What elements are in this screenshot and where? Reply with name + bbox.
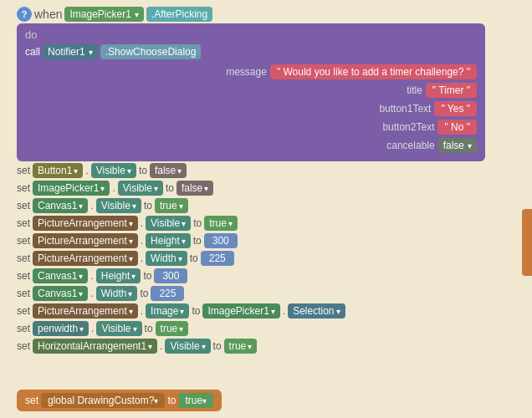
bool-value-pill[interactable]: true▾ [155, 198, 188, 213]
cancelable-value[interactable]: false ▾ [438, 138, 477, 153]
message-label: message [192, 66, 267, 78]
dropdown-arrow-notifier: ▾ [89, 48, 93, 57]
message-value[interactable]: " Would you like to add a timer challeng… [270, 64, 477, 79]
set-row: setButton1▾.Visible▾tofalse▾ [17, 163, 345, 178]
property-pill[interactable]: Height▾ [96, 268, 141, 283]
property-pill[interactable]: Width▾ [96, 286, 138, 301]
set-row: setPictureArrangement▾.Image▾toImagePick… [17, 303, 345, 319]
component-pill[interactable]: penwidth▾ [33, 321, 89, 336]
property-pill[interactable]: Visible▾ [165, 339, 210, 354]
set-row: setCanvas1▾.Width▾to225 [17, 286, 345, 301]
button1text-label: button1Text [356, 103, 431, 115]
cancelable-label: cancelable [360, 140, 435, 151]
help-icon[interactable]: ? [17, 7, 32, 22]
message-row: message " Would you like to add a timer … [25, 64, 477, 79]
property-pill[interactable]: Image▾ [146, 303, 189, 319]
to-keyword: to [143, 270, 151, 282]
property-pill[interactable]: Visible▾ [96, 198, 141, 213]
set-keyword: set [17, 182, 30, 194]
form-rows: message " Would you like to add a timer … [25, 64, 477, 153]
set-keyword: set [17, 217, 30, 229]
do-label: do [25, 28, 477, 41]
component-pill[interactable]: Canvas1▾ [33, 286, 88, 301]
true-value-pill[interactable]: true▾ [178, 393, 213, 408]
title-label: title [347, 84, 422, 96]
set-keyword: set [17, 270, 30, 282]
set-row: setHorizontalArrangement1▾.Visible▾totru… [17, 339, 345, 354]
to-keyword: to [140, 288, 148, 299]
button2text-label: button2Text [359, 121, 434, 133]
property-pill[interactable]: Visible▾ [91, 163, 136, 178]
set-keyword: set [17, 288, 30, 299]
title-row: title " Timer " [25, 83, 477, 98]
button1text-value[interactable]: " Yes " [434, 101, 477, 116]
button2text-value[interactable]: " No " [437, 120, 477, 135]
to-keyword: to [190, 252, 198, 264]
after-picking-pill[interactable]: .AfterPicking [146, 7, 212, 22]
dropdown-arrow-imagepicker: ▾ [135, 10, 139, 19]
bool-value-pill[interactable]: true▾ [224, 339, 258, 354]
button2text-row: button2Text " No " [25, 120, 477, 135]
to-keyword: to [166, 182, 174, 194]
to-keyword: to [144, 200, 152, 212]
component-pill[interactable]: Canvas1▾ [33, 268, 88, 283]
to-keyword: to [193, 235, 202, 247]
numeric-value[interactable]: 300 [204, 233, 238, 248]
comp-value-pill[interactable]: ImagePicker1▾ [202, 303, 279, 319]
method-pill[interactable]: .ShowChooseDialog [100, 44, 202, 59]
property-pill[interactable]: Visible▾ [96, 321, 141, 336]
property-pill[interactable]: Visible▾ [118, 181, 163, 196]
set-keyword: set [17, 235, 30, 247]
component-pill[interactable]: PictureArrangement▾ [33, 251, 138, 266]
global-drawing-pill[interactable]: global DrawingCustom?▾ [41, 393, 165, 408]
component-pill[interactable]: Button1▾ [33, 163, 83, 178]
notifier-pill[interactable]: Notifier1 ▾ [43, 44, 98, 59]
set-row: setPictureArrangement▾.Height▾to300 [17, 233, 345, 248]
set-blocks-container: setButton1▾.Visible▾tofalse▾setImagePick… [17, 163, 345, 354]
to-keyword: to [145, 323, 153, 334]
bool-value-pill[interactable]: true▾ [204, 216, 238, 231]
bool-value-pill[interactable]: true▾ [156, 321, 189, 336]
numeric-value[interactable]: 225 [151, 286, 184, 301]
component-pill[interactable]: HorizontalArrangement1▾ [33, 339, 157, 354]
title-value[interactable]: " Timer " [426, 83, 477, 98]
bool-value-pill[interactable]: false▾ [176, 181, 213, 196]
set-keyword: set [17, 252, 30, 264]
bool-value-pill[interactable]: false▾ [150, 163, 187, 178]
do-block: do call Notifier1 ▾ .ShowChooseDialog me… [17, 23, 485, 161]
set-row: setPictureArrangement▾.Visible▾totrue▾ [17, 216, 345, 231]
set-keyword: set [17, 305, 30, 317]
workspace: ? when ImagePicker1 ▾ .AfterPicking do c… [0, 0, 532, 418]
component-pill[interactable]: PictureArrangement▾ [33, 216, 138, 231]
image-picker-pill[interactable]: ImagePicker1 ▾ [64, 7, 143, 22]
dropdown-arrow-cancelable: ▾ [468, 141, 472, 150]
set-row: setImagePicker1▾.Visible▾tofalse▾ [17, 181, 345, 196]
component-pill[interactable]: PictureArrangement▾ [33, 303, 138, 319]
component-pill[interactable]: Canvas1▾ [33, 198, 88, 213]
set-keyword: set [17, 165, 30, 176]
property-pill[interactable]: Height▾ [146, 233, 191, 248]
main-block: ? when ImagePicker1 ▾ .AfterPicking do c… [17, 7, 485, 161]
property-pill[interactable]: Width▾ [146, 251, 187, 266]
to-keyword: to [139, 165, 147, 176]
component-pill[interactable]: PictureArrangement▾ [33, 233, 138, 248]
orange-set-block: setglobal DrawingCustom?▾totrue▾ [17, 390, 222, 411]
bottom-block: setglobal DrawingCustom?▾totrue▾ [17, 390, 222, 411]
set-row: setCanvas1▾.Visible▾totrue▾ [17, 198, 345, 213]
call-row: call Notifier1 ▾ .ShowChooseDialog [25, 44, 477, 59]
cancelable-row: cancelable false ▾ [25, 138, 477, 153]
numeric-value[interactable]: 300 [154, 268, 187, 283]
property-pill[interactable]: Visible▾ [146, 216, 191, 231]
to-keyword: to [193, 217, 202, 229]
numeric-value[interactable]: 225 [201, 251, 234, 266]
button1text-row: button1Text " Yes " [25, 101, 477, 116]
component-pill[interactable]: ImagePicker1▾ [33, 181, 110, 196]
selection-pill[interactable]: Selection▾ [288, 303, 345, 319]
when-row: ? when ImagePicker1 ▾ .AfterPicking [17, 7, 485, 22]
set-row: setCanvas1▾.Height▾to300 [17, 268, 345, 283]
to-keyword: to [192, 305, 200, 317]
set-keyword: set [17, 340, 30, 352]
set-row: setPictureArrangement▾.Width▾to225 [17, 251, 345, 266]
call-label: call [25, 46, 40, 58]
set-keyword: set [17, 323, 30, 334]
